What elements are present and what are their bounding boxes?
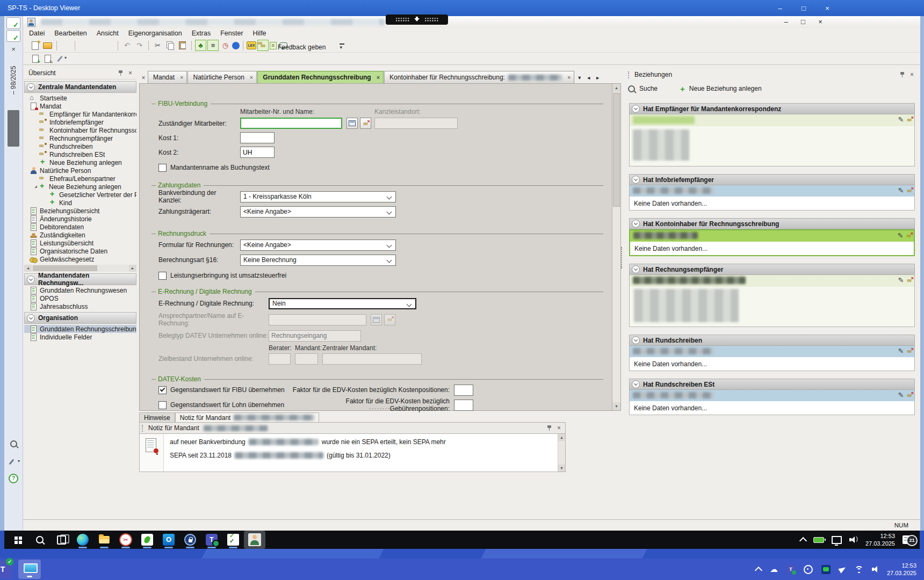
host-clock[interactable]: 12:5327.03.2025: [887, 562, 916, 577]
toolbar-icon[interactable]: [247, 41, 256, 49]
scroll-down-arrow[interactable]: ▼: [612, 402, 620, 410]
volume-icon[interactable]: ): [849, 536, 858, 543]
tray-icon[interactable]: [755, 566, 762, 574]
taskbar-app-button[interactable]: [8, 531, 29, 549]
relation-card[interactable]: ✎∞×: [629, 275, 915, 327]
menu-item[interactable]: Bearbeiten: [54, 30, 86, 37]
relation-card[interactable]: Keine Daten vorhanden... ✎∞×: [629, 346, 915, 371]
notes-scrollbar[interactable]: ▲ ▼: [558, 434, 565, 472]
toolbar-icon[interactable]: [91, 40, 102, 51]
sidebar-item[interactable]: Mandat: [24, 102, 136, 110]
menu-item[interactable]: Datei: [29, 30, 45, 37]
vertical-splitter[interactable]: [621, 247, 622, 269]
toolbar-icon[interactable]: [54, 53, 66, 64]
edit-icon[interactable]: ✎: [898, 276, 904, 284]
tray-icon[interactable]: [838, 565, 847, 573]
scroll-right-arrow[interactable]: ►: [129, 265, 136, 272]
tray-icon[interactable]: [786, 565, 795, 574]
menu-item[interactable]: Hilfe: [253, 30, 266, 37]
tab-hinweise[interactable]: Hinweise: [139, 412, 175, 422]
notification-center-icon[interactable]: 21: [903, 535, 913, 544]
app-minimize-button[interactable]: –: [777, 17, 795, 27]
taskbar-app-button[interactable]: [72, 531, 93, 549]
sidebar-item[interactable]: Neue Beziehung anlegen: [24, 183, 136, 191]
search-label[interactable]: Suche: [639, 85, 658, 92]
close-icon[interactable]: ×: [557, 424, 561, 432]
close-icon[interactable]: ×: [910, 71, 914, 78]
tray-icon[interactable]: [872, 566, 880, 572]
taskbar-app-button[interactable]: [50, 531, 72, 549]
edit-icon[interactable]: ✎: [898, 391, 904, 399]
new-relation-label[interactable]: Neue Beziehung anlegen: [689, 85, 762, 92]
tabstrip-close-icon[interactable]: ×: [139, 74, 148, 82]
taskbar-app-button[interactable]: [244, 531, 265, 549]
session-close-icon[interactable]: ×: [4, 45, 23, 53]
smartcard-check-icon[interactable]: [6, 30, 20, 42]
splitter-grip[interactable]: [369, 408, 392, 410]
search-icon[interactable]: [628, 85, 635, 92]
taskbar-app-button[interactable]: [158, 531, 179, 549]
relation-section-header[interactable]: Hat Kontoinhaber für Rechnungsschreibung: [629, 218, 915, 229]
viewer-maximize-button[interactable]: □: [793, 2, 814, 14]
scrollbar-thumb[interactable]: [33, 265, 97, 271]
mitarbeiter-input[interactable]: [240, 118, 342, 129]
feedback-label[interactable]: Feedback geben: [278, 44, 326, 51]
unlink-icon[interactable]: ∞×: [906, 233, 911, 238]
sidebar-item[interactable]: Zuständigkeiten: [24, 231, 136, 239]
sidebar-item[interactable]: Neue Beziehung anlegen: [24, 158, 136, 166]
relation-section-header[interactable]: Hat Rundschreiben ESt: [629, 379, 915, 390]
tray-icon[interactable]: [821, 565, 831, 574]
edit-icon[interactable]: ✎: [898, 186, 904, 194]
document-tab[interactable]: Mandat ×: [148, 71, 187, 83]
form-vertical-scrollbar[interactable]: ▲ ▼: [612, 84, 620, 410]
menu-item[interactable]: Fenster: [220, 30, 243, 37]
sidebar-item[interactable]: Individuelle Felder: [24, 333, 136, 341]
expander-icon[interactable]: [34, 185, 37, 188]
sidebar-item[interactable]: Grunddaten Rechnungsschreibung: [24, 325, 136, 333]
tab-scroll-left-icon[interactable]: ◄: [584, 75, 593, 81]
relation-card[interactable]: Keine Daten vorhanden... ✎∞×: [629, 229, 915, 256]
toolbar-icon[interactable]: [60, 40, 71, 51]
app-restore-button[interactable]: □: [795, 17, 812, 27]
toolbar-overflow-icon[interactable]: [336, 41, 348, 53]
bankverbindung-select[interactable]: 1 - Kreissparkasse Köln: [240, 191, 396, 202]
zahlungstraegerart-select[interactable]: <Keine Angabe>: [240, 206, 396, 218]
menu-item[interactable]: Ansicht: [97, 30, 119, 37]
fibu-uebernehmen-checkbox[interactable]: [158, 386, 167, 394]
sidebar-item[interactable]: Startseite: [24, 94, 136, 102]
edit-icon[interactable]: ✎: [898, 115, 904, 124]
help-icon[interactable]: ?: [9, 474, 18, 483]
scroll-left-arrow[interactable]: ◄: [24, 265, 32, 272]
toolbar-icon[interactable]: [78, 40, 90, 51]
plus-icon[interactable]: +: [680, 84, 685, 93]
tray-expand-icon[interactable]: [799, 536, 807, 544]
buchungstext-checkbox[interactable]: [158, 164, 167, 172]
pin-icon[interactable]: [546, 425, 553, 431]
sidebar-item[interactable]: Rundschreiben: [24, 142, 136, 150]
sidebar-item[interactable]: Infobriefempfänger: [24, 118, 136, 126]
toolbar-icon[interactable]: [164, 40, 176, 51]
tab-close-icon[interactable]: ×: [377, 74, 380, 81]
sidebar-section-header[interactable]: Organisation: [24, 312, 136, 324]
sidebar-section-header[interactable]: Zentrale Mandantendaten: [24, 81, 136, 93]
teams-icon[interactable]: [0, 560, 12, 578]
scrollbar-thumb[interactable]: [613, 93, 620, 207]
sidebar-item[interactable]: OPOS: [24, 294, 136, 302]
unlink-icon[interactable]: ∞×: [907, 188, 912, 193]
toolbar-icon[interactable]: [103, 40, 114, 51]
toolbar-icon[interactable]: ∞: [257, 40, 269, 51]
close-icon[interactable]: ×: [128, 69, 132, 77]
tray-icon[interactable]: ☁: [770, 564, 778, 574]
viewer-close-button[interactable]: ×: [817, 2, 838, 14]
tools-wrench-icon[interactable]: [9, 458, 18, 466]
toolbar-icon[interactable]: ↷: [134, 40, 145, 51]
relation-card[interactable]: Keine Daten vorhanden... ✎∞×: [629, 185, 915, 211]
kost1-input[interactable]: [240, 132, 275, 143]
taskbar-app-button[interactable]: [201, 531, 222, 549]
unlink-icon[interactable]: ∞×: [907, 117, 912, 122]
formular-select[interactable]: <Keine Angabe>: [240, 240, 396, 251]
document-tab[interactable]: Natürliche Person ×: [187, 71, 257, 83]
sidebar-item[interactable]: Empfänger für Mandantenkorrespo...: [24, 110, 136, 118]
edit-icon[interactable]: ✎: [898, 231, 904, 240]
tray-icon[interactable]: [804, 565, 813, 574]
